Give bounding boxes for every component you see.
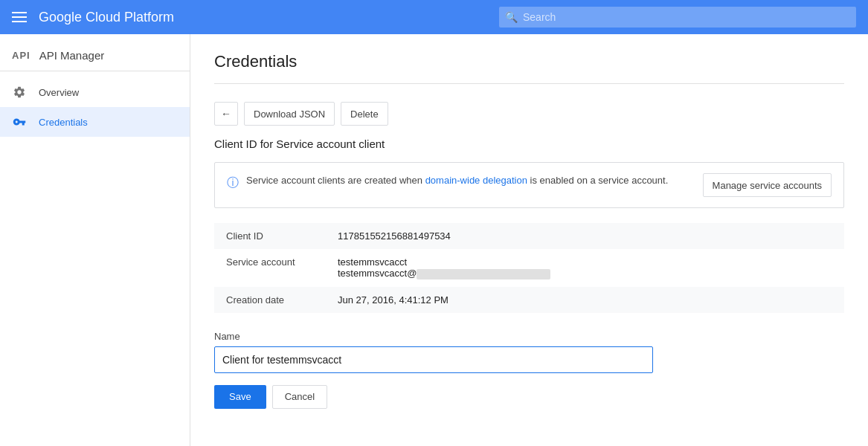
page-title: Credentials [214, 52, 844, 84]
manage-service-accounts-button[interactable]: Manage service accounts [703, 173, 832, 197]
search-input[interactable] [499, 7, 856, 28]
sidebar-item-credentials[interactable]: Credentials [0, 107, 190, 137]
name-field-group: Name [214, 331, 844, 373]
app-title: Google Cloud Platform [39, 10, 487, 25]
section-subtitle: Client ID for Service account client [214, 138, 844, 150]
creation-date-label: Creation date [214, 287, 326, 313]
api-badge: API [12, 50, 30, 61]
sidebar-credentials-label: Credentials [39, 117, 88, 128]
main-layout: API API Manager Overview Credentials Cre… [0, 34, 868, 446]
sidebar-product-title: API Manager [39, 49, 105, 62]
delegation-link[interactable]: domain-wide delegation [425, 175, 527, 186]
client-id-row: Client ID 117851552156881497534 [214, 223, 844, 249]
sidebar-overview-label: Overview [39, 87, 79, 98]
service-account-label: Service account [214, 249, 326, 287]
info-text: Service account clients are created when… [246, 173, 668, 188]
creation-date-row: Creation date Jun 27, 2016, 4:41:12 PM [214, 287, 844, 313]
service-account-row: Service account testemmsvcacct testemmsv… [214, 249, 844, 287]
name-field-label: Name [214, 331, 844, 342]
info-icon: ⓘ [227, 174, 239, 192]
service-account-email: testemmsvcacct@ [338, 268, 832, 279]
creation-date-value: Jun 27, 2016, 4:41:12 PM [326, 287, 844, 313]
info-box-content: ⓘ Service account clients are created wh… [227, 173, 668, 192]
client-id-value: 117851552156881497534 [326, 223, 844, 249]
service-account-value: testemmsvcacct testemmsvcacct@ [326, 249, 844, 287]
action-buttons: Save Cancel [214, 385, 844, 409]
back-button[interactable]: ← [214, 102, 238, 126]
service-account-email-redacted [417, 269, 550, 279]
download-json-button[interactable]: Download JSON [244, 102, 335, 126]
details-table: Client ID 117851552156881497534 Service … [214, 223, 844, 313]
name-input[interactable] [214, 346, 653, 373]
cancel-button[interactable]: Cancel [272, 385, 327, 409]
content-area: Credentials ← Download JSON Delete Clien… [190, 34, 868, 446]
info-box: ⓘ Service account clients are created wh… [214, 162, 844, 208]
settings-icon [12, 85, 27, 100]
hamburger-menu-icon[interactable] [12, 12, 27, 22]
sidebar: API API Manager Overview Credentials [0, 34, 190, 446]
topbar: Google Cloud Platform 🔍 [0, 0, 868, 34]
service-account-name: testemmsvcacct [338, 256, 832, 268]
search-icon: 🔍 [505, 11, 518, 23]
search-wrapper: 🔍 [499, 7, 856, 28]
save-button[interactable]: Save [214, 385, 266, 409]
toolbar: ← Download JSON Delete [214, 102, 844, 126]
client-id-label: Client ID [214, 223, 326, 249]
key-icon [12, 114, 27, 129]
sidebar-item-overview[interactable]: Overview [0, 77, 190, 107]
sidebar-header: API API Manager [0, 40, 190, 71]
delete-button[interactable]: Delete [341, 102, 388, 126]
